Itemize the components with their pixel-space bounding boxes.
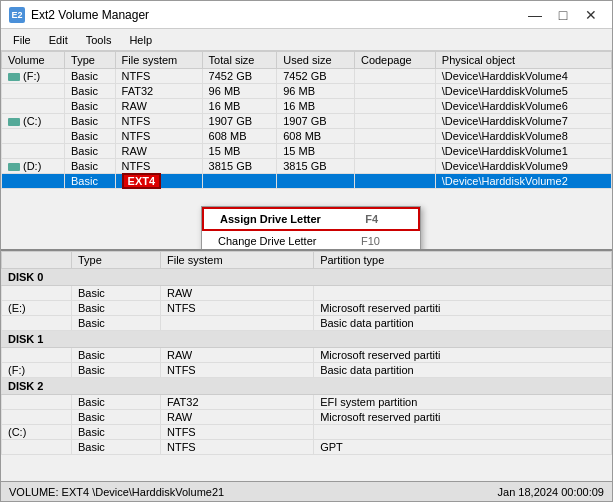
close-button[interactable]: ✕ [578,5,604,25]
col-fs: File system [115,52,202,69]
disk-label: DISK 0 [2,269,612,286]
table-row[interactable]: BasicEXT4\Device\HarddiskVolume2 [2,174,612,189]
context-menu-item[interactable]: Change Drive LetterF10 [202,231,420,251]
menu-item-shortcut: F10 [361,235,380,247]
top-panel: Volume Type File system Total size Used … [1,51,612,251]
main-content: Volume Type File system Total size Used … [1,51,612,481]
col-used: Used size [277,52,355,69]
disk-row[interactable]: (F:)BasicNTFSBasic data partition [2,363,612,378]
minimize-button[interactable]: — [522,5,548,25]
menu-bar: File Edit Tools Help [1,29,612,51]
disk-row[interactable]: BasicNTFSGPT [2,440,612,455]
status-bar: VOLUME: EXT4 \Device\HarddiskVolume21 Ja… [1,481,612,501]
menu-item-label: Change Drive Letter [218,235,316,247]
menu-file[interactable]: File [5,32,39,48]
table-row[interactable]: (F:)BasicNTFS7452 GB7452 GB\Device\Hardd… [2,69,612,84]
app-icon: E2 [9,7,25,23]
col-type: Type [65,52,116,69]
col-codepage: Codepage [354,52,435,69]
title-bar: E2 Ext2 Volume Manager — □ ✕ [1,1,612,29]
status-left: VOLUME: EXT4 \Device\HarddiskVolume21 [9,486,224,498]
disk-row[interactable]: BasicRAW [2,286,612,301]
table-row[interactable]: BasicRAW16 MB16 MB\Device\HarddiskVolume… [2,99,612,114]
title-bar-left: E2 Ext2 Volume Manager [9,7,149,23]
disk-row[interactable]: (C:)BasicNTFS [2,425,612,440]
col-physical: Physical object [435,52,611,69]
disk-row[interactable]: BasicBasic data partition [2,316,612,331]
table-row[interactable]: (D:)BasicNTFS3815 GB3815 GB\Device\Hardd… [2,159,612,174]
table-row[interactable]: BasicFAT3296 MB96 MB\Device\HarddiskVolu… [2,84,612,99]
disk-col-fs: File system [160,252,313,269]
maximize-button[interactable]: □ [550,5,576,25]
disk-row[interactable]: (E:)BasicNTFSMicrosoft reserved partiti [2,301,612,316]
disk-col-type: Type [71,252,160,269]
col-total: Total size [202,52,277,69]
table-row[interactable]: (C:)BasicNTFS1907 GB1907 GB\Device\Hardd… [2,114,612,129]
menu-help[interactable]: Help [121,32,160,48]
disk-label: DISK 1 [2,331,612,348]
disk-table: Type File system Partition type DISK 0Ba… [1,251,612,455]
main-window: E2 Ext2 Volume Manager — □ ✕ File Edit T… [0,0,613,502]
menu-edit[interactable]: Edit [41,32,76,48]
menu-item-label: Assign Drive Letter [220,213,321,225]
disk-row[interactable]: BasicRAWMicrosoft reserved partiti [2,410,612,425]
menu-item-shortcut: F4 [365,213,378,225]
disk-col-partition: Partition type [314,252,612,269]
col-volume: Volume [2,52,65,69]
bottom-panel[interactable]: Type File system Partition type DISK 0Ba… [1,251,612,481]
context-menu-item[interactable]: Assign Drive LetterF4 [202,207,420,231]
volume-table: Volume Type File system Total size Used … [1,51,612,189]
context-menu: Assign Drive LetterF4Change Drive Letter… [201,206,421,251]
status-right: Jan 18,2024 00:00:09 [498,486,604,498]
window-title: Ext2 Volume Manager [31,8,149,22]
disk-row[interactable]: BasicRAWMicrosoft reserved partiti [2,348,612,363]
table-row[interactable]: BasicNTFS608 MB608 MB\Device\HarddiskVol… [2,129,612,144]
title-controls: — □ ✕ [522,5,604,25]
disk-label: DISK 2 [2,378,612,395]
table-row[interactable]: BasicRAW15 MB15 MB\Device\HarddiskVolume… [2,144,612,159]
disk-col-0 [2,252,72,269]
menu-tools[interactable]: Tools [78,32,120,48]
disk-row[interactable]: BasicFAT32EFI system partition [2,395,612,410]
